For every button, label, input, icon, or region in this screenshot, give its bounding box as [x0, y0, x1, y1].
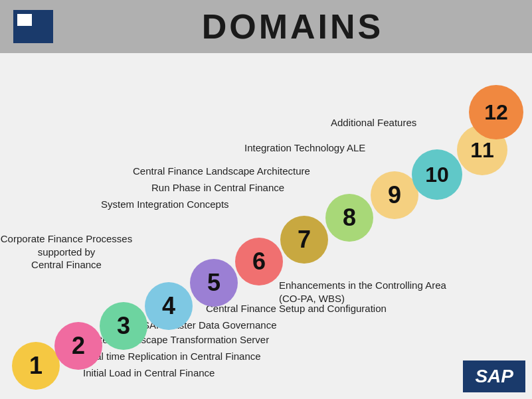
circle-3: 3 [100, 302, 147, 350]
circle-2: 2 [54, 322, 102, 370]
circle-7: 7 [280, 216, 328, 264]
label-8: System Integration Concepts [101, 198, 229, 211]
label-6: Enhancements in the Controlling Area(CO-… [279, 279, 446, 305]
circle-10: 10 [412, 149, 462, 200]
main-content: Additional Features Integration Technolo… [0, 53, 532, 399]
circle-12: 12 [469, 85, 523, 139]
sap-logo: SAP [463, 360, 525, 392]
circle-1: 1 [12, 342, 60, 390]
circle-9: 9 [371, 171, 418, 219]
label-10: Central Finance Landscape Architecture [133, 165, 310, 178]
circle-8: 8 [325, 194, 373, 242]
label-11: Integration Technology ALE [244, 141, 365, 155]
page-title: DOMAINS [53, 7, 532, 46]
label-1: Initial Load in Central Finance [83, 366, 215, 380]
label-9: Run Phase in Central Finance [151, 181, 284, 195]
circle-5: 5 [190, 259, 238, 307]
circle-6: 6 [235, 238, 283, 285]
circle-4: 4 [145, 282, 193, 330]
header: DOMAINS [0, 0, 532, 53]
label-12: Additional Features [331, 116, 416, 129]
label-2: Real time Replication in Central Finance [83, 350, 261, 363]
logo [13, 10, 53, 43]
label-5: Central Finance Setup and Configuration [206, 302, 387, 315]
label-7: Corporate Finance Processes supported by… [0, 232, 133, 272]
